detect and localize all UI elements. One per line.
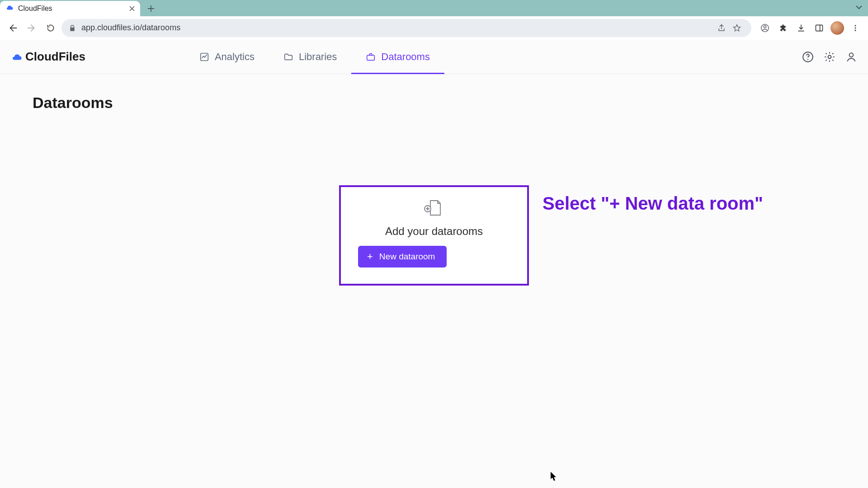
svg-point-10 xyxy=(828,55,831,58)
address-url: app.cloudfiles.io/datarooms xyxy=(81,23,709,33)
reload-button[interactable] xyxy=(42,20,59,36)
cursor-icon xyxy=(551,472,558,481)
briefcase-icon xyxy=(366,52,376,62)
side-panel-icon[interactable] xyxy=(811,20,827,36)
analytics-icon xyxy=(199,52,209,62)
browser-tab[interactable]: CloudFiles xyxy=(0,1,140,16)
address-actions xyxy=(714,21,744,35)
app-logo[interactable]: CloudFiles xyxy=(11,50,85,64)
browser-toolbar-icons xyxy=(757,20,863,36)
address-bar[interactable]: app.cloudfiles.io/datarooms xyxy=(61,19,751,37)
help-icon[interactable] xyxy=(802,51,814,63)
chevron-down-icon[interactable] xyxy=(855,4,863,11)
svg-point-3 xyxy=(855,25,856,26)
svg-point-5 xyxy=(855,29,856,31)
browser-toolbar: app.cloudfiles.io/datarooms xyxy=(0,16,868,40)
svg-rect-7 xyxy=(367,55,375,60)
lock-icon xyxy=(69,24,76,32)
app-navbar: CloudFiles Analytics Libraries xyxy=(0,40,868,74)
svg-point-4 xyxy=(855,27,856,28)
new-tab-button[interactable] xyxy=(145,2,157,15)
forward-button[interactable] xyxy=(24,20,40,36)
settings-icon[interactable] xyxy=(824,51,835,63)
close-tab-icon[interactable] xyxy=(129,6,135,11)
nav-datarooms[interactable]: Datarooms xyxy=(360,40,435,74)
nav-libraries[interactable]: Libraries xyxy=(278,40,342,74)
empty-state-heading: Add your datarooms xyxy=(357,225,511,238)
add-document-icon xyxy=(423,199,443,217)
plus-icon: + xyxy=(367,252,373,262)
kebab-menu-icon[interactable] xyxy=(847,20,863,36)
tutorial-annotation: Select "+ New data room" xyxy=(542,193,763,214)
new-dataroom-button[interactable]: + New dataroom xyxy=(358,246,447,267)
nav-analytics-label: Analytics xyxy=(215,51,255,63)
svg-point-9 xyxy=(807,59,808,60)
nav-actions xyxy=(802,51,857,63)
nav-analytics[interactable]: Analytics xyxy=(194,40,260,74)
star-icon[interactable] xyxy=(730,21,744,35)
page-title: Datarooms xyxy=(33,94,835,112)
cloud-favicon-icon xyxy=(5,5,14,13)
browser-tab-title: CloudFiles xyxy=(18,5,125,13)
page-content: Datarooms Add your datarooms + New datar… xyxy=(0,74,868,488)
extensions-icon[interactable] xyxy=(775,20,791,36)
app-brand-text: CloudFiles xyxy=(25,50,85,64)
downloads-icon[interactable] xyxy=(793,20,809,36)
new-dataroom-button-label: New dataroom xyxy=(379,252,435,262)
user-avatar[interactable] xyxy=(829,20,845,36)
empty-state-card: Add your datarooms + New dataroom xyxy=(339,185,529,286)
nav-libraries-label: Libraries xyxy=(299,51,337,63)
back-button[interactable] xyxy=(5,20,21,36)
svg-rect-2 xyxy=(816,25,823,31)
share-icon[interactable] xyxy=(714,21,729,35)
svg-point-11 xyxy=(849,53,854,57)
browser-tabstrip: CloudFiles xyxy=(0,0,868,16)
user-icon[interactable] xyxy=(845,51,857,63)
nav-links: Analytics Libraries Datarooms xyxy=(194,40,435,74)
sync-profile-icon[interactable] xyxy=(757,20,773,36)
app-root: CloudFiles Analytics Libraries xyxy=(0,40,868,488)
folder-icon xyxy=(283,52,293,62)
cloud-logo-icon xyxy=(11,53,23,61)
nav-datarooms-label: Datarooms xyxy=(381,51,430,63)
svg-point-1 xyxy=(764,25,766,28)
